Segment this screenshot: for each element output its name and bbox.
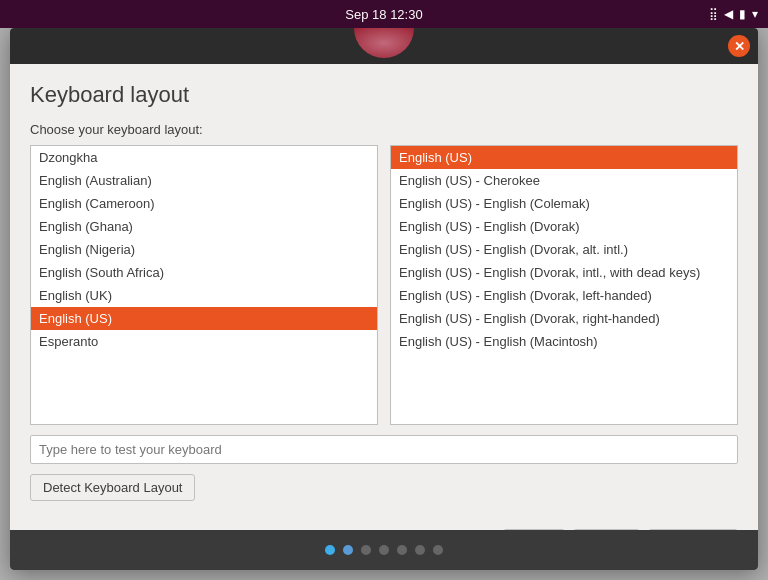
list-item[interactable]: English (Australian): [31, 169, 377, 192]
detect-keyboard-button[interactable]: Detect Keyboard Layout: [30, 474, 195, 501]
list-item[interactable]: English (US) - English (Macintosh): [391, 330, 737, 353]
keyboard-test-input[interactable]: [30, 435, 738, 464]
network-icon: ⣿: [709, 7, 718, 21]
list-item[interactable]: English (US) - English (Dvorak, right-ha…: [391, 307, 737, 330]
list-item[interactable]: English (US) - Cherokee: [391, 169, 737, 192]
page-title: Keyboard layout: [30, 82, 738, 108]
list-item[interactable]: English (US) - English (Dvorak, alt. int…: [391, 238, 737, 261]
progress-dot: [379, 545, 389, 555]
progress-dot: [361, 545, 371, 555]
list-item[interactable]: English (US) - English (Colemak): [391, 192, 737, 215]
list-item[interactable]: English (US) - English (Dvorak): [391, 215, 737, 238]
content-area: Keyboard layout Choose your keyboard lay…: [10, 64, 758, 570]
list-item[interactable]: Dzongkha: [31, 146, 377, 169]
test-input-wrap: [30, 435, 738, 464]
menu-icon: ▾: [752, 7, 758, 21]
volume-icon: ◀: [724, 7, 733, 21]
system-bar: Sep 18 12:30 ⣿ ◀ ▮ ▾: [0, 0, 768, 28]
progress-dot: [433, 545, 443, 555]
list-item[interactable]: English (US): [391, 146, 737, 169]
list-item[interactable]: English (Cameroon): [31, 192, 377, 215]
list-item[interactable]: English (Nigeria): [31, 238, 377, 261]
layout-variant-list[interactable]: English (US)English (US) - CherokeeEngli…: [390, 145, 738, 425]
progress-dot: [397, 545, 407, 555]
lists-container: DzongkhaEnglish (Australian)English (Cam…: [30, 145, 738, 425]
list-item[interactable]: English (South Africa): [31, 261, 377, 284]
install-window: Install ✕ Keyboard layout Choose your ke…: [10, 28, 758, 570]
subtitle: Choose your keyboard layout:: [30, 122, 738, 137]
progress-dot: [415, 545, 425, 555]
layout-language-list[interactable]: DzongkhaEnglish (Australian)English (Cam…: [30, 145, 378, 425]
system-icons: ⣿ ◀ ▮ ▾: [709, 7, 758, 21]
list-item[interactable]: Esperanto: [31, 330, 377, 353]
system-time: Sep 18 12:30: [0, 7, 768, 22]
list-item[interactable]: English (US) - English (Dvorak, left-han…: [391, 284, 737, 307]
list-item[interactable]: English (UK): [31, 284, 377, 307]
progress-dots: [10, 530, 758, 570]
battery-icon: ▮: [739, 7, 746, 21]
close-button[interactable]: ✕: [728, 35, 750, 57]
list-item[interactable]: English (US) - English (Dvorak, intl., w…: [391, 261, 737, 284]
list-item[interactable]: English (Ghana): [31, 215, 377, 238]
progress-dot: [325, 545, 335, 555]
list-item[interactable]: English (US): [31, 307, 377, 330]
progress-dot: [343, 545, 353, 555]
